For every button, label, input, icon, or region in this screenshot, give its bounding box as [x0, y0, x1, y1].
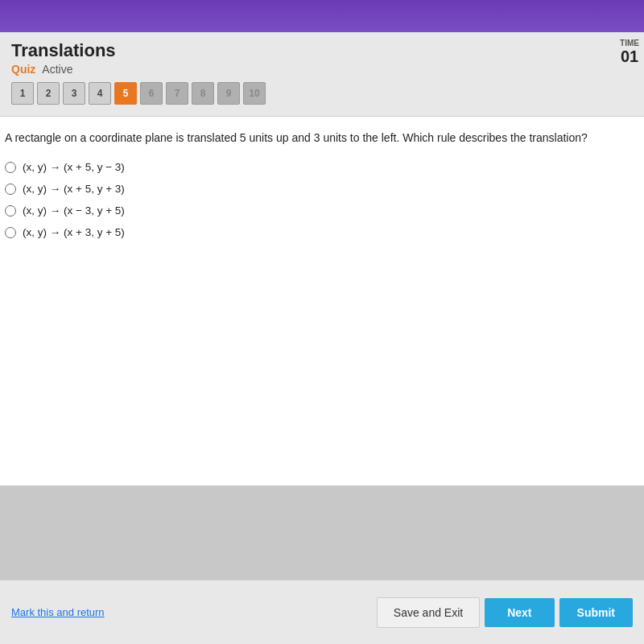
nav-question-7: 7 [166, 82, 188, 105]
nav-question-9: 9 [217, 82, 240, 105]
answer-option-a[interactable]: (x, y) → (x + 5, y − 3) [5, 161, 639, 173]
question-box: A rectangle on a coordinate plane is tra… [0, 116, 644, 486]
quiz-label: Quiz [11, 63, 35, 76]
timer-area: TIME 01 [620, 39, 639, 66]
radio-c [5, 205, 16, 217]
timer-label: TIME [620, 39, 639, 47]
nav-question-2[interactable]: 2 [37, 82, 60, 105]
radio-a [5, 162, 16, 173]
answer-option-c[interactable]: (x, y) → (x − 3, y + 5) [5, 204, 639, 217]
nav-question-1[interactable]: 1 [11, 82, 34, 105]
nav-question-5[interactable]: 5 [114, 82, 137, 105]
question-nav-row: 12345678910 [11, 82, 633, 105]
next-button[interactable]: Next [485, 598, 554, 627]
nav-question-8: 8 [192, 82, 214, 105]
quiz-status-row: Quiz Active [11, 63, 633, 76]
nav-question-3[interactable]: 3 [63, 82, 85, 105]
answer-option-b[interactable]: (x, y) → (x + 5, y + 3) [5, 183, 639, 195]
header-area: Translations Quiz Active 12345678910 [0, 32, 644, 116]
answer-options: (x, y) → (x + 5, y − 3)(x, y) → (x + 5, … [5, 161, 639, 238]
timer-value: 01 [620, 47, 639, 66]
answer-text-c: (x, y) → (x − 3, y + 5) [23, 204, 125, 217]
page-title: Translations [11, 40, 633, 61]
answer-text-d: (x, y) → (x + 3, y + 5) [23, 226, 125, 238]
radio-d [5, 227, 16, 238]
footer-bar: Mark this and return Save and Exit Next … [0, 580, 644, 644]
footer-buttons: Save and Exit Next Submit [377, 597, 633, 628]
nav-question-10: 10 [243, 82, 266, 105]
answer-text-a: (x, y) → (x + 5, y − 3) [23, 161, 125, 173]
answer-text-b: (x, y) → (x + 5, y + 3) [23, 183, 125, 195]
save-exit-button[interactable]: Save and Exit [377, 597, 480, 628]
nav-question-4[interactable]: 4 [89, 82, 111, 105]
question-text: A rectangle on a coordinate plane is tra… [5, 130, 639, 147]
nav-question-6: 6 [140, 82, 163, 105]
answer-option-d[interactable]: (x, y) → (x + 3, y + 5) [5, 226, 639, 238]
radio-b [5, 184, 16, 195]
submit-button[interactable]: Submit [559, 598, 633, 627]
mark-return-link[interactable]: Mark this and return [11, 606, 105, 618]
status-badge: Active [42, 63, 72, 76]
top-bar [0, 0, 644, 32]
